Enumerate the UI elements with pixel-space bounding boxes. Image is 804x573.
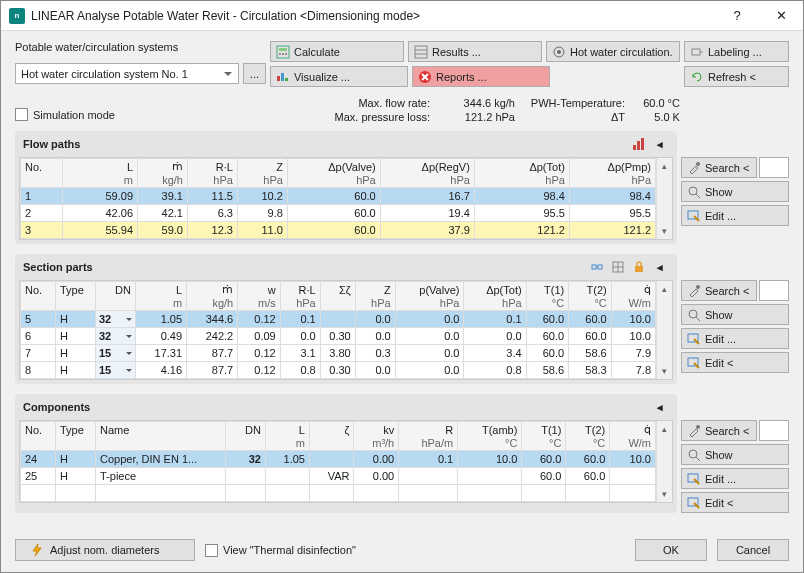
help-button[interactable]: ? xyxy=(715,1,759,31)
svg-rect-26 xyxy=(635,266,643,272)
search-input[interactable] xyxy=(759,157,789,178)
system-combo[interactable]: Hot water circulation system No. 1 xyxy=(15,63,239,84)
svg-point-2 xyxy=(279,53,281,55)
grid-icon[interactable] xyxy=(609,258,627,276)
components-table[interactable]: No.TypeNameDNLζkvRT(amb)T(1)T(2)q̇ mm³/h… xyxy=(20,421,656,502)
dn-dropdown[interactable]: 15 xyxy=(96,362,136,379)
section-parts-table[interactable]: No.TypeDNLṁwR·LΣζZp(Valve)Δp(Tot)T(1)T(2… xyxy=(20,281,656,379)
svg-rect-12 xyxy=(285,78,288,81)
chart-icon[interactable] xyxy=(630,135,648,153)
window-title: LINEAR Analyse Potable Water Revit - Cir… xyxy=(31,9,420,23)
eyedropper-icon xyxy=(687,424,701,438)
components-title: Components xyxy=(23,401,90,413)
reports-button[interactable]: Reports ... xyxy=(412,66,550,87)
edit-group-button[interactable]: Edit < xyxy=(681,492,789,513)
eyedropper-icon xyxy=(687,284,701,298)
svg-rect-22 xyxy=(598,265,602,269)
collapse-icon[interactable]: ◂ xyxy=(651,398,669,416)
svg-point-32 xyxy=(689,450,697,458)
simulation-mode-checkbox[interactable]: Simulation mode xyxy=(15,108,266,121)
svg-point-19 xyxy=(689,187,697,195)
magnify-icon xyxy=(687,308,701,322)
collapse-icon[interactable]: ◂ xyxy=(651,135,669,153)
edit-button[interactable]: Edit ... xyxy=(681,468,789,489)
adjust-diameters-button[interactable]: Adjust nom. diameters xyxy=(15,539,195,561)
tool-icon[interactable] xyxy=(588,258,606,276)
results-button[interactable]: Results ... xyxy=(408,41,542,62)
edit-button[interactable]: Edit ... xyxy=(681,328,789,349)
table-row xyxy=(21,485,656,502)
flow-paths-title: Flow paths xyxy=(23,138,80,150)
svg-rect-5 xyxy=(415,46,427,58)
svg-rect-14 xyxy=(692,49,700,55)
svg-point-9 xyxy=(557,50,561,54)
dn-dropdown[interactable]: 32 xyxy=(96,311,136,328)
hot-water-button[interactable]: Hot water circulation. xyxy=(546,41,680,62)
magnify-icon xyxy=(687,185,701,199)
search-button[interactable]: Search < xyxy=(681,280,757,301)
search-input[interactable] xyxy=(759,280,789,301)
svg-point-4 xyxy=(285,53,287,55)
svg-rect-15 xyxy=(633,145,636,150)
table-row: 8H154.1687.70.120.80.300.00.00.858.658.3… xyxy=(21,362,656,379)
show-button[interactable]: Show xyxy=(681,181,789,202)
scrollbar[interactable]: ▴▾ xyxy=(656,421,672,502)
edit-icon xyxy=(687,209,701,223)
edit-icon xyxy=(687,332,701,346)
search-button[interactable]: Search < xyxy=(681,420,757,441)
svg-rect-21 xyxy=(592,265,596,269)
show-button[interactable]: Show xyxy=(681,444,789,465)
scrollbar[interactable]: ▴▾ xyxy=(656,281,672,379)
checkbox-icon xyxy=(205,544,218,557)
collapse-icon[interactable]: ◂ xyxy=(651,258,669,276)
table-row: 355.9459.012.311.060.037.9121.2121.2 xyxy=(21,222,656,239)
svg-rect-1 xyxy=(279,48,287,51)
magnify-icon xyxy=(687,448,701,462)
table-row: 6H320.49242.20.090.00.300.00.00.060.060.… xyxy=(21,328,656,345)
labeling-button[interactable]: Labeling ... xyxy=(684,41,789,62)
titlebar: n LINEAR Analyse Potable Water Revit - C… xyxy=(1,1,803,31)
visualize-icon xyxy=(276,70,290,84)
close-button[interactable]: ✕ xyxy=(759,1,803,31)
table-row: 24HCopper, DIN EN 1...321.050.000.110.06… xyxy=(21,451,656,468)
dn-dropdown[interactable]: 32 xyxy=(96,328,136,345)
refresh-button[interactable]: Refresh < xyxy=(684,66,789,87)
app-logo-icon: n xyxy=(9,8,25,24)
scrollbar[interactable]: ▴▾ xyxy=(656,158,672,239)
flow-paths-table[interactable]: No.LṁR·LZΔp(Valve)Δp(RegV)Δp(Tot)Δp(Pmp)… xyxy=(20,158,656,239)
svg-rect-17 xyxy=(641,138,644,150)
section-parts-title: Section parts xyxy=(23,261,93,273)
show-button[interactable]: Show xyxy=(681,304,789,325)
components-panel: Components ◂ No.TypeNameDNLζkvRT(amb)T(1… xyxy=(15,394,677,513)
search-input[interactable] xyxy=(759,420,789,441)
calculate-button[interactable]: Calculate xyxy=(270,41,404,62)
svg-rect-0 xyxy=(277,46,289,58)
lock-icon[interactable] xyxy=(630,258,648,276)
edit-icon xyxy=(687,356,701,370)
lightning-icon xyxy=(30,543,44,557)
system-browse-button[interactable]: ... xyxy=(243,63,266,84)
eyedropper-icon xyxy=(687,161,701,175)
table-row: 25HT-pieceVAR0.0060.060.0 xyxy=(21,468,656,485)
svg-rect-10 xyxy=(277,76,280,81)
ok-button[interactable]: OK xyxy=(635,539,707,561)
checkbox-icon xyxy=(15,108,28,121)
label-icon xyxy=(690,45,704,59)
visualize-button[interactable]: Visualize ... xyxy=(270,66,408,87)
svg-rect-16 xyxy=(637,141,640,150)
dn-dropdown[interactable]: 15 xyxy=(96,345,136,362)
section-parts-panel: Section parts ◂ No.TypeDNLṁwR·LΣζZp(Valv… xyxy=(15,254,677,384)
summary-stats: Max. flow rate:344.6 kg/hPWH-Temperature… xyxy=(270,97,680,123)
calculate-icon xyxy=(276,45,290,59)
search-button[interactable]: Search < xyxy=(681,157,757,178)
table-row: 7H1517.3187.70.123.13.800.30.03.460.058.… xyxy=(21,345,656,362)
cancel-button[interactable]: Cancel xyxy=(717,539,789,561)
refresh-icon xyxy=(690,70,704,84)
svg-rect-11 xyxy=(281,73,284,81)
table-row: 5H321.05344.60.120.10.00.00.160.060.010.… xyxy=(21,311,656,328)
thermal-disinfection-checkbox[interactable]: View "Thermal disinfection" xyxy=(205,544,356,557)
edit-button[interactable]: Edit ... xyxy=(681,205,789,226)
flow-paths-panel: Flow paths ◂ No.LṁR·LZΔp(Valve)Δp(RegV)Δ… xyxy=(15,131,677,244)
edit-group-button[interactable]: Edit < xyxy=(681,352,789,373)
edit-icon xyxy=(687,472,701,486)
